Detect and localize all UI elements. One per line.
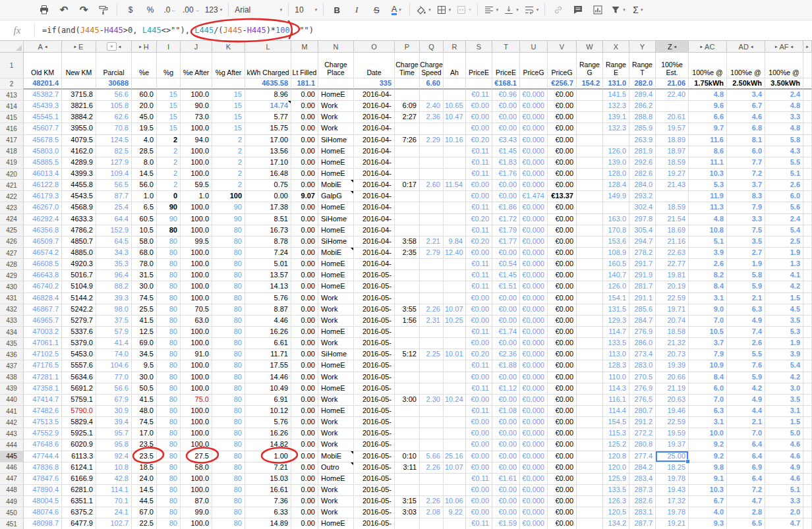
- cell[interactable]: 120.8: [603, 451, 629, 462]
- cell[interactable]: SiHome: [318, 237, 354, 248]
- cell[interactable]: 34.3: [96, 248, 132, 259]
- cell[interactable]: €0.11: [466, 169, 492, 180]
- cell[interactable]: 68.0: [132, 248, 157, 259]
- cell[interactable]: 99.5: [181, 237, 212, 248]
- cell[interactable]: [444, 474, 466, 485]
- cell[interactable]: €0.00: [466, 191, 492, 202]
- cell[interactable]: [803, 518, 812, 529]
- cell[interactable]: [444, 146, 466, 157]
- cell[interactable]: €0.00: [466, 507, 492, 518]
- column-header-E[interactable]: ▸E: [62, 41, 96, 53]
- cell[interactable]: €0.00: [548, 349, 577, 360]
- cell[interactable]: 113.0: [603, 349, 629, 360]
- cell[interactable]: [420, 372, 444, 383]
- cell[interactable]: 80: [212, 518, 245, 529]
- totals-cell[interactable]: [181, 78, 212, 90]
- cell[interactable]: €0.00: [492, 316, 520, 327]
- font-family-select[interactable]: Arial▾: [232, 2, 285, 18]
- cell[interactable]: €0.000: [520, 485, 548, 496]
- cell[interactable]: 25.16: [444, 451, 466, 462]
- cell[interactable]: €0.00: [548, 90, 577, 101]
- cell[interactable]: 289.4: [629, 90, 656, 101]
- cell[interactable]: 7.2: [727, 169, 765, 180]
- cell[interactable]: 10.8: [689, 225, 727, 237]
- totals-cell[interactable]: [318, 78, 354, 90]
- cell[interactable]: 141.5: [603, 90, 629, 101]
- cell[interactable]: [444, 417, 466, 428]
- cell[interactable]: 80: [157, 304, 181, 316]
- cell[interactable]: 2.31: [420, 316, 444, 327]
- cell[interactable]: 0.00: [291, 101, 318, 112]
- cell[interactable]: 4.46: [245, 316, 291, 327]
- cell[interactable]: €0.00: [492, 372, 520, 383]
- cell[interactable]: 152.9: [96, 225, 132, 237]
- cell[interactable]: 7.9: [727, 202, 765, 213]
- cell[interactable]: 100.0: [181, 169, 212, 180]
- cell[interactable]: 284.2: [629, 462, 656, 474]
- cell[interactable]: 90: [212, 214, 245, 225]
- cell[interactable]: 21.54: [656, 214, 689, 225]
- cell[interactable]: [420, 428, 444, 439]
- cell[interactable]: 6.5: [132, 202, 157, 213]
- cell[interactable]: 3.7: [689, 338, 727, 349]
- cell[interactable]: 114.3: [603, 383, 629, 395]
- cell[interactable]: 0.00: [291, 180, 318, 191]
- formula-text[interactable]: =if(and(J445-H445>0, L445<>""), L445/(J4…: [35, 26, 314, 35]
- cell[interactable]: 70.5: [181, 304, 212, 316]
- cell[interactable]: [803, 293, 812, 304]
- cell[interactable]: €0.00: [492, 191, 520, 202]
- cell[interactable]: [420, 406, 444, 417]
- cell[interactable]: 6020.9: [62, 439, 96, 451]
- totals-cell[interactable]: 3.50kWh: [765, 78, 803, 90]
- cell[interactable]: 2016-05-17: [354, 485, 395, 496]
- cell[interactable]: 3.7: [727, 180, 765, 191]
- cell[interactable]: [577, 191, 603, 202]
- cell[interactable]: [395, 90, 420, 101]
- cell[interactable]: 10.9: [689, 360, 727, 372]
- cell[interactable]: 5557.6: [62, 360, 96, 372]
- cell[interactable]: [803, 225, 812, 237]
- column-header-J[interactable]: J: [181, 41, 212, 53]
- cell[interactable]: 3:11: [395, 462, 420, 474]
- cell[interactable]: 2016-04-20: [354, 123, 395, 134]
- row-header-441[interactable]: 441: [0, 406, 24, 417]
- cell[interactable]: €0.000: [520, 157, 548, 169]
- cell[interactable]: [444, 123, 466, 134]
- cell[interactable]: €0.00: [548, 180, 577, 191]
- cell[interactable]: 285.6: [629, 304, 656, 316]
- cell[interactable]: 4079.5: [62, 135, 96, 146]
- cell[interactable]: 2016-05-13: [354, 451, 395, 462]
- row-header-418[interactable]: 418: [0, 146, 24, 157]
- cell[interactable]: 2.7: [727, 248, 765, 259]
- cell[interactable]: 20.19: [656, 281, 689, 292]
- cell[interactable]: €0.00: [492, 112, 520, 123]
- cell[interactable]: 48.0: [132, 406, 157, 417]
- cell[interactable]: [577, 146, 603, 157]
- cell[interactable]: [803, 169, 812, 180]
- cell[interactable]: 46867.7: [24, 304, 62, 316]
- totals-cell[interactable]: [395, 78, 420, 90]
- cell[interactable]: 17.0: [132, 428, 157, 439]
- cell[interactable]: [577, 259, 603, 270]
- cell[interactable]: 6375.2: [62, 507, 96, 518]
- cell[interactable]: 22.59: [656, 417, 689, 428]
- cell[interactable]: 80: [157, 349, 181, 360]
- cell[interactable]: 0.00: [291, 281, 318, 292]
- cell[interactable]: 96.4: [96, 270, 132, 281]
- cell[interactable]: 10.49: [245, 383, 291, 395]
- cell[interactable]: 18.89: [656, 135, 689, 146]
- cell[interactable]: €1.76: [492, 169, 520, 180]
- cell[interactable]: 2.4: [765, 214, 803, 225]
- cell[interactable]: 90: [157, 214, 181, 225]
- cell[interactable]: 100.0: [181, 439, 212, 451]
- cell[interactable]: 5.76: [245, 293, 291, 304]
- cell[interactable]: 47003.2: [24, 327, 62, 338]
- cell[interactable]: €0.00: [466, 485, 492, 496]
- cell[interactable]: €0.00: [466, 293, 492, 304]
- cell[interactable]: 2.4: [765, 90, 803, 101]
- cell[interactable]: [420, 225, 444, 237]
- cell[interactable]: 5.4: [765, 225, 803, 237]
- cell[interactable]: [803, 146, 812, 157]
- cell[interactable]: 80: [157, 451, 181, 462]
- cell[interactable]: MobiE: [318, 451, 354, 462]
